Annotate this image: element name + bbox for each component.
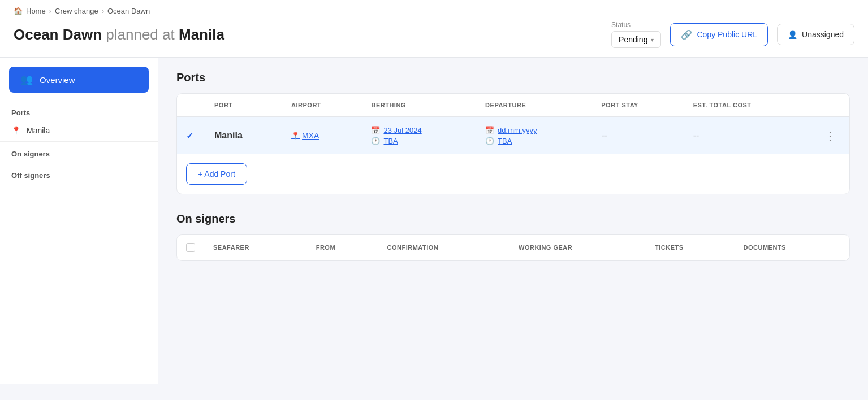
port-name-cell: Manila — [205, 117, 282, 155]
status-block: Status Pending ▾ — [611, 21, 661, 48]
main-content: Ports PORT AIRPORT BERTHING DEPARTURE PO… — [158, 58, 868, 384]
home-icon: 🏠 — [14, 7, 23, 15]
add-port-button[interactable]: + Add Port — [186, 163, 247, 185]
signers-table: SEAFARER FROM CONFIRMATION WORKING GEAR … — [177, 235, 849, 260]
est-cost-value: -- — [693, 131, 699, 140]
col-documents: DOCUMENTS — [735, 235, 850, 260]
status-label: Status — [611, 21, 661, 29]
sidebar-ports-label: Ports — [0, 102, 158, 120]
port-stay-value: -- — [601, 131, 607, 140]
port-stay-cell: -- — [592, 117, 684, 155]
port-check-cell: ✓ — [177, 117, 205, 155]
departure-time-row: 🕐 TBA — [485, 137, 583, 145]
unassigned-label: Unassigned — [802, 30, 844, 39]
more-options-button[interactable]: ⋮ — [820, 127, 840, 144]
user-circle-icon: 👤 — [788, 30, 797, 39]
port-name: Manila — [214, 131, 243, 140]
breadcrumb-crew-change[interactable]: Crew change — [55, 7, 98, 15]
ports-table-header-row: PORT AIRPORT BERTHING DEPARTURE PORT STA… — [177, 94, 849, 117]
select-all-checkbox[interactable] — [186, 243, 195, 252]
sidebar: 👥 Overview Ports 📍 Manila On signers Off… — [0, 58, 158, 384]
signers-table-header-row: SEAFARER FROM CONFIRMATION WORKING GEAR … — [177, 235, 849, 260]
col-check — [177, 94, 205, 117]
sidebar-overview[interactable]: 👥 Overview — [9, 67, 149, 93]
departure-date-cell: 📅 dd.mm.yyyy 🕐 TBA — [485, 126, 583, 145]
location-name: Manila — [179, 26, 224, 43]
overview-label: Overview — [40, 75, 75, 85]
check-icon: ✓ — [186, 131, 193, 141]
status-dropdown[interactable]: Pending ▾ — [611, 31, 661, 48]
copy-url-label: Copy Public URL — [697, 30, 757, 39]
row-more-cell: ⋮ — [811, 117, 849, 155]
col-actions — [811, 94, 849, 117]
berthing-time[interactable]: TBA — [383, 137, 398, 145]
col-port: PORT — [205, 94, 282, 117]
calendar-dep-icon: 📅 — [485, 126, 494, 134]
header-actions: Status Pending ▾ 🔗 Copy Public URL 👤 Una… — [611, 21, 854, 48]
status-value: Pending — [619, 35, 647, 44]
berthing-date[interactable]: 23 Jul 2024 — [383, 126, 421, 134]
pin-icon: 📍 — [11, 126, 21, 135]
clock-icon: 🕐 — [371, 137, 380, 145]
ports-section-title: Ports — [176, 71, 850, 84]
clock-dep-icon: 🕐 — [485, 137, 494, 145]
page-header: Ocean Dawn planned at Manila Status Pend… — [14, 21, 854, 57]
breadcrumb-sep-1: › — [49, 7, 51, 15]
airport-link[interactable]: 📍 MXA — [291, 131, 353, 140]
col-est-total-cost: EST. TOTAL COST — [684, 94, 811, 117]
col-airport: AIRPORT — [282, 94, 362, 117]
breadcrumb-vessel: Ocean Dawn — [107, 7, 150, 15]
departure-date[interactable]: dd.mm.yyyy — [498, 126, 537, 134]
col-port-stay: PORT STAY — [592, 94, 684, 117]
on-signers-card: SEAFARER FROM CONFIRMATION WORKING GEAR … — [176, 234, 850, 261]
col-from: FROM — [307, 235, 378, 260]
departure-time[interactable]: TBA — [498, 137, 512, 145]
location-pin-icon: 📍 — [291, 132, 300, 140]
calendar-icon: 📅 — [371, 126, 380, 134]
unassigned-button[interactable]: 👤 Unassigned — [777, 24, 854, 45]
breadcrumb-home[interactable]: Home — [26, 7, 46, 15]
chevron-down-icon: ▾ — [651, 37, 654, 43]
sidebar-item-manila[interactable]: 📍 Manila — [0, 120, 158, 141]
page-title: Ocean Dawn planned at Manila — [14, 26, 224, 44]
manila-label: Manila — [27, 126, 50, 135]
breadcrumb-sep-2: › — [102, 7, 104, 15]
berthing-date-row: 📅 23 Jul 2024 — [371, 126, 467, 134]
sidebar-on-signers-label: On signers — [0, 141, 158, 163]
copy-public-url-button[interactable]: 🔗 Copy Public URL — [670, 23, 768, 46]
col-confirmation: CONFIRMATION — [378, 235, 509, 260]
col-checkbox — [177, 235, 204, 260]
users-icon: 👥 — [20, 73, 33, 86]
port-departure-cell: 📅 dd.mm.yyyy 🕐 TBA — [476, 117, 592, 155]
port-berthing-cell: 📅 23 Jul 2024 🕐 TBA — [362, 117, 476, 155]
link-icon: 🔗 — [681, 29, 692, 40]
berthing-time-row: 🕐 TBA — [371, 137, 467, 145]
berthing-date-cell: 📅 23 Jul 2024 🕐 TBA — [371, 126, 467, 145]
est-cost-cell: -- — [684, 117, 811, 155]
sidebar-off-signers-label: Off signers — [0, 163, 158, 184]
breadcrumb: 🏠 Home › Crew change › Ocean Dawn — [14, 7, 854, 15]
ports-table: PORT AIRPORT BERTHING DEPARTURE PORT STA… — [177, 94, 849, 154]
col-berthing: BERTHING — [362, 94, 476, 117]
port-airport-cell: 📍 MXA — [282, 117, 362, 155]
col-departure: DEPARTURE — [476, 94, 592, 117]
col-seafarer: SEAFARER — [204, 235, 307, 260]
title-planned: planned at — [106, 26, 174, 43]
vessel-name: Ocean Dawn — [14, 26, 102, 43]
col-tickets: TICKETS — [646, 235, 734, 260]
port-row-manila: ✓ Manila 📍 MXA — [177, 117, 849, 155]
on-signers-section-title: On signers — [176, 212, 850, 225]
departure-date-row: 📅 dd.mm.yyyy — [485, 126, 583, 134]
ports-card: PORT AIRPORT BERTHING DEPARTURE PORT STA… — [176, 93, 850, 194]
airport-code: MXA — [302, 131, 319, 140]
col-working-gear: WORKING GEAR — [509, 235, 646, 260]
